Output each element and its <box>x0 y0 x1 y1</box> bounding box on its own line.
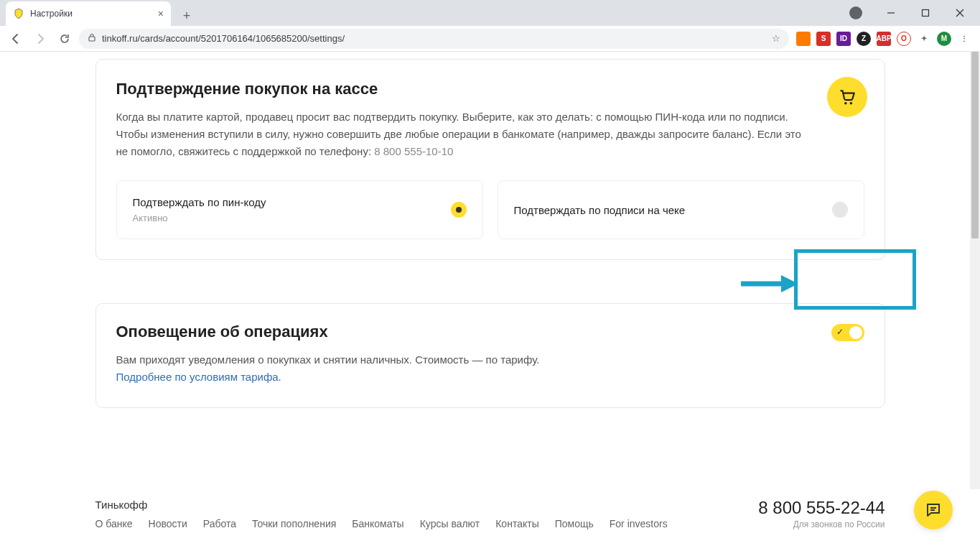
extensions-menu-icon[interactable]: ✦ <box>917 32 931 46</box>
tab-strip: Настройки × + <box>0 0 980 26</box>
option-signature-label: Подтверждать по подписи на чеке <box>514 204 686 216</box>
url-text: tinkoff.ru/cards/account/5201706164/1065… <box>102 33 345 44</box>
cart-icon <box>827 77 867 117</box>
tariff-link[interactable]: Подробнее по условиям тарифа <box>116 371 279 383</box>
radio-unselected-icon[interactable] <box>832 202 848 218</box>
footer-links: О банке Новости Работа Точки пополнения … <box>95 518 668 529</box>
footer-link[interactable]: Помощь <box>555 518 594 529</box>
account-icon[interactable] <box>849 6 862 19</box>
extension-icon[interactable]: ID <box>836 32 851 46</box>
notifications-toggle-wrap: ✓ <box>827 320 869 348</box>
footer-link[interactable]: О банке <box>95 518 133 529</box>
footer: Тинькофф О банке Новости Работа Точки по… <box>0 489 980 551</box>
extension-icon[interactable]: Z <box>857 32 871 46</box>
maximize-button[interactable] <box>910 2 941 24</box>
footer-link[interactable]: Банкоматы <box>352 518 403 529</box>
address-bar[interactable]: tinkoff.ru/cards/account/5201706164/1065… <box>79 29 789 49</box>
svg-point-6 <box>849 102 851 104</box>
extension-icon[interactable]: ABP <box>877 32 891 46</box>
option-pin-label: Подтверждать по пин-коду <box>133 196 266 208</box>
footer-link[interactable]: Точки пополнения <box>252 518 336 529</box>
footer-link[interactable]: Курсы валют <box>420 518 480 529</box>
new-tab-button[interactable]: + <box>177 6 197 26</box>
svg-point-5 <box>844 102 846 104</box>
scrollbar-thumb[interactable] <box>971 52 979 239</box>
browser-menu-icon[interactable]: ⋮ <box>957 32 971 46</box>
tab-title: Настройки <box>30 9 158 19</box>
purchase-confirmation-card: Подтверждение покупок на кассе Когда вы … <box>95 59 885 260</box>
footer-brand: Тинькофф <box>95 499 668 511</box>
option-signature[interactable]: Подтверждать по подписи на чеке <box>498 180 864 239</box>
notifications-card: ✓ Оповещение об операциях Вам приходят у… <box>95 303 885 408</box>
option-pin[interactable]: Подтверждать по пин-коду Активно <box>116 180 483 239</box>
card-title: Подтверждение покупок на кассе <box>116 80 864 98</box>
radio-selected-icon[interactable] <box>451 202 467 218</box>
chat-fab-button[interactable] <box>914 491 953 529</box>
bookmark-star-icon[interactable]: ☆ <box>772 33 780 44</box>
support-phone: 8 800 555-10-10 <box>374 145 453 157</box>
browser-toolbar: tinkoff.ru/cards/account/5201706164/1065… <box>0 26 980 52</box>
close-tab-icon[interactable]: × <box>158 8 164 19</box>
page-content: Подтверждение покупок на кассе Когда вы … <box>0 52 980 551</box>
card-description: Когда вы платите картой, продавец просит… <box>116 108 806 160</box>
card-description: Вам приходят уведомления о покупках и сн… <box>116 351 806 386</box>
link-text: Подробнее по условиям тарифа <box>116 371 279 383</box>
window-controls <box>849 0 980 26</box>
extension-icon[interactable]: O <box>897 32 911 46</box>
scrollbar-track[interactable] <box>970 52 980 551</box>
extension-icons: S ID Z ABP O ✦ M ⋮ <box>793 32 974 46</box>
extension-icon[interactable]: S <box>816 32 831 46</box>
option-pin-status: Активно <box>133 213 266 223</box>
desc-text: Вам приходят уведомления о покупках и сн… <box>116 353 540 366</box>
lock-icon <box>88 33 96 44</box>
check-icon: ✓ <box>836 327 844 337</box>
browser-tab[interactable]: Настройки × <box>6 1 171 26</box>
extension-icon[interactable] <box>796 32 811 46</box>
footer-link[interactable]: Контакты <box>495 518 538 529</box>
desc-text: Когда вы платите картой, продавец просит… <box>116 111 801 157</box>
notifications-toggle[interactable]: ✓ <box>831 324 864 341</box>
favicon-icon <box>13 8 24 19</box>
reload-button[interactable] <box>55 29 75 49</box>
footer-phone-sub: Для звонков по России <box>758 519 885 529</box>
forward-button[interactable] <box>30 29 50 49</box>
footer-link[interactable]: Работа <box>203 518 236 529</box>
svg-rect-4 <box>89 37 95 41</box>
minimize-button[interactable] <box>875 2 907 24</box>
chat-icon <box>925 501 942 519</box>
profile-avatar-icon[interactable]: M <box>937 32 951 46</box>
footer-link[interactable]: Новости <box>149 518 187 529</box>
toggle-knob <box>849 326 862 339</box>
svg-rect-1 <box>923 10 929 17</box>
footer-phone: 8 800 555-22-44 <box>758 498 885 518</box>
card-title: Оповещение об операциях <box>116 323 864 341</box>
footer-link[interactable]: For investors <box>610 518 668 529</box>
back-button[interactable] <box>6 29 26 49</box>
close-window-button[interactable] <box>944 2 976 24</box>
